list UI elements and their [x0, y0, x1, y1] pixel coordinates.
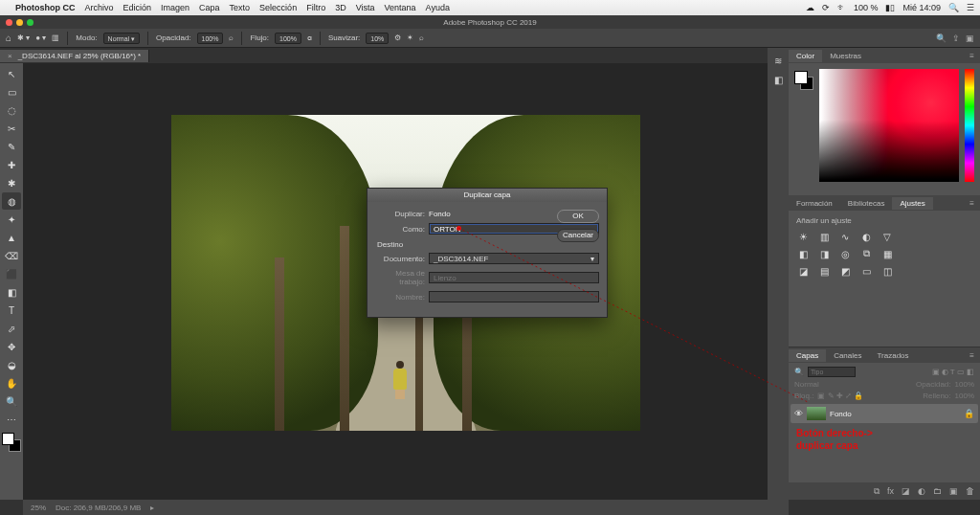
- layers-panel-menu-icon[interactable]: ≡: [964, 351, 980, 360]
- layer-style-icon[interactable]: fx: [887, 486, 894, 496]
- tool-hand[interactable]: ✋: [2, 374, 21, 392]
- tab-trazados[interactable]: Trazados: [869, 349, 916, 362]
- ok-button[interactable]: OK: [557, 210, 599, 223]
- tool-zoom[interactable]: 🔍: [2, 392, 21, 410]
- notification-center-icon[interactable]: ☰: [967, 3, 974, 12]
- adj-vibrance-icon[interactable]: ▽: [880, 231, 894, 242]
- document-tab[interactable]: × _DSC3614.NEF al 25% (RGB/16*) *: [0, 50, 149, 62]
- tool-brush[interactable]: ◍: [2, 192, 21, 210]
- menu-vista[interactable]: Vista: [356, 3, 375, 12]
- fill-value[interactable]: 100%: [955, 392, 974, 400]
- tab-color[interactable]: Color: [789, 50, 822, 62]
- layer-filter-input[interactable]: [808, 367, 856, 377]
- symmetry-icon[interactable]: ✶: [407, 34, 413, 42]
- layer-mask-icon[interactable]: ◪: [902, 486, 910, 496]
- link-layers-icon[interactable]: ⧉: [874, 486, 880, 497]
- tool-crop[interactable]: ✎: [2, 138, 21, 155]
- history-panel-icon[interactable]: ≋: [771, 54, 785, 67]
- mid-panel-menu-icon[interactable]: ≡: [964, 199, 980, 208]
- adj-photo-filter-icon[interactable]: ◎: [838, 248, 852, 259]
- tool-type[interactable]: T: [2, 302, 21, 319]
- sync-icon[interactable]: ⟳: [822, 3, 830, 12]
- tool-more[interactable]: ⋯: [2, 411, 21, 428]
- layer-filter-icon[interactable]: 🔍: [794, 368, 804, 376]
- clock[interactable]: Mié 14:09: [902, 3, 941, 12]
- adj-gradient-map-icon[interactable]: ▭: [859, 265, 873, 277]
- adj-posterize-icon[interactable]: ▤: [817, 265, 831, 277]
- color-panel-menu-icon[interactable]: ≡: [964, 52, 980, 60]
- smooth-settings-icon[interactable]: ⚙: [394, 34, 401, 42]
- adj-invert-icon[interactable]: ◪: [796, 265, 810, 277]
- cloud-status-icon[interactable]: ☁: [806, 3, 814, 12]
- workspace-icon[interactable]: ▣: [966, 34, 974, 43]
- delete-layer-icon[interactable]: 🗑: [966, 486, 974, 496]
- layer-row[interactable]: 👁 Fondo 🔒: [791, 404, 978, 423]
- panel-fg-bg-swatch[interactable]: [794, 71, 813, 90]
- pressure-opacity-icon[interactable]: ⌕: [229, 34, 234, 42]
- tool-eyedropper[interactable]: ✚: [2, 156, 21, 173]
- tool-eraser[interactable]: ⌫: [2, 247, 21, 264]
- menu-ventana[interactable]: Ventana: [385, 3, 416, 12]
- status-menu-icon[interactable]: ▸: [150, 504, 154, 512]
- adj-exposure-icon[interactable]: ◐: [859, 231, 873, 242]
- window-close-button[interactable]: [6, 19, 12, 26]
- mode-select[interactable]: Normal ▾: [103, 33, 141, 44]
- pressure-size-icon[interactable]: ⌕: [419, 34, 424, 42]
- tool-quick-select[interactable]: ✂: [2, 120, 21, 137]
- doc-info[interactable]: Doc: 206,9 MB/206,9 MB: [56, 504, 141, 512]
- tab-canales[interactable]: Canales: [826, 349, 869, 362]
- tool-gradient[interactable]: ⬛: [2, 265, 21, 282]
- new-layer-icon[interactable]: ▣: [949, 486, 958, 496]
- adj-bw-icon[interactable]: ◨: [817, 248, 831, 259]
- tab-formacion[interactable]: Formación: [789, 197, 840, 210]
- color-field[interactable]: [819, 69, 959, 182]
- menu-edicion[interactable]: Edición: [123, 3, 152, 12]
- zoom-readout[interactable]: 25%: [31, 504, 46, 512]
- adj-hue-icon[interactable]: ◧: [796, 248, 810, 259]
- tool-shape[interactable]: ◒: [2, 356, 21, 373]
- blend-mode-select[interactable]: Normal: [794, 380, 819, 389]
- tool-pen[interactable]: ⬀: [2, 320, 21, 337]
- menu-capa[interactable]: Capa: [199, 3, 220, 12]
- spotlight-icon[interactable]: 🔍: [948, 3, 959, 12]
- tool-move[interactable]: ↖: [2, 65, 21, 82]
- adj-channel-mixer-icon[interactable]: ⧉: [859, 248, 873, 259]
- adj-selective-color-icon[interactable]: ◫: [880, 265, 894, 277]
- layer-name[interactable]: Fondo: [830, 410, 852, 418]
- opacity-field[interactable]: 100%: [197, 33, 224, 44]
- layer-visibility-icon[interactable]: 👁: [794, 409, 803, 418]
- tab-bibliotecas[interactable]: Bibliotecas: [840, 197, 893, 210]
- airbrush-icon[interactable]: ɑ: [307, 34, 312, 42]
- hue-slider[interactable]: [965, 69, 974, 182]
- tool-healing[interactable]: ✱: [2, 174, 21, 191]
- search-icon[interactable]: 🔍: [936, 34, 947, 43]
- brush-panel-icon[interactable]: ▥: [52, 34, 59, 42]
- cancel-button[interactable]: Cancelar: [557, 229, 599, 242]
- share-icon[interactable]: ⇪: [952, 34, 960, 43]
- adj-curves-icon[interactable]: ∿: [838, 231, 852, 242]
- tool-history-brush[interactable]: ▲: [2, 229, 21, 246]
- flow-field[interactable]: 100%: [275, 33, 301, 44]
- brush-preset-picker[interactable]: ● ▾: [35, 34, 46, 42]
- tab-close-icon[interactable]: ×: [8, 52, 12, 60]
- new-group-icon[interactable]: 🗀: [933, 486, 942, 496]
- menu-filtro[interactable]: Filtro: [306, 3, 325, 12]
- window-minimize-button[interactable]: [16, 19, 23, 26]
- layer-opacity-value[interactable]: 100%: [955, 380, 974, 389]
- layer-thumbnail[interactable]: [807, 407, 826, 420]
- wifi-icon[interactable]: ᯤ: [837, 3, 846, 12]
- tool-lasso[interactable]: ◌: [2, 101, 21, 119]
- adj-brightness-icon[interactable]: ☀: [796, 231, 810, 242]
- menu-texto[interactable]: Texto: [230, 3, 251, 12]
- smooth-field[interactable]: 10%: [366, 33, 389, 44]
- adj-color-lookup-icon[interactable]: ▦: [880, 248, 894, 259]
- adj-levels-icon[interactable]: ▥: [817, 231, 831, 242]
- app-menu[interactable]: Photoshop CC: [15, 3, 76, 12]
- tab-capas[interactable]: Capas: [789, 349, 826, 362]
- document-select[interactable]: _DSC3614.NEF▾: [429, 253, 599, 264]
- adj-threshold-icon[interactable]: ◩: [838, 265, 852, 277]
- home-icon[interactable]: ⌂: [6, 33, 11, 43]
- tool-path-select[interactable]: ✥: [2, 338, 21, 355]
- menu-archivo[interactable]: Archivo: [85, 3, 114, 12]
- menu-ayuda[interactable]: Ayuda: [426, 3, 450, 12]
